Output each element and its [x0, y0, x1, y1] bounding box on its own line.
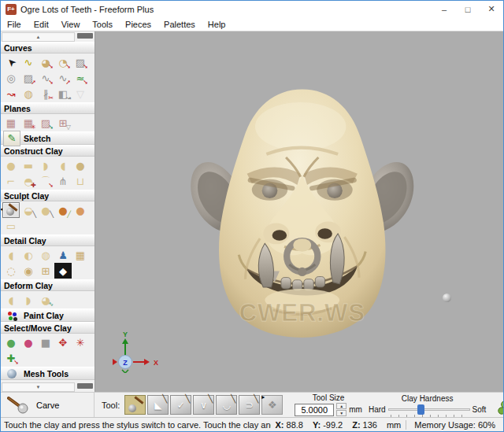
move-clay-tool[interactable]: ✥ [54, 334, 72, 350]
select-box-tool[interactable]: ■ [37, 334, 54, 350]
emboss-ridge-tool[interactable]: ◖ [2, 247, 20, 263]
ball-on-plane-tool[interactable]: ◍ [20, 86, 37, 102]
status-z-value: 136 [363, 420, 377, 430]
maximize-button[interactable]: □ [456, 1, 480, 17]
slider-thumb[interactable] [417, 404, 424, 415]
clay-dome-tool[interactable]: ◖ [54, 157, 72, 173]
menu-file[interactable]: File [1, 19, 28, 30]
toolbox-scroll-up-button[interactable]: ▲ [2, 32, 75, 42]
plane-from-curve-tool[interactable]: ▨➘ [37, 115, 54, 131]
split-plane-tool[interactable]: ⊞▽ [54, 115, 72, 131]
close-button[interactable]: ✕ [480, 1, 503, 17]
clay-hardness-slider[interactable] [388, 404, 470, 416]
sketch-icon[interactable]: ✎ [3, 131, 20, 146]
flatten-tool[interactable]: ▭ [2, 218, 20, 234]
emboss-swirl-tool[interactable]: ◍ [37, 247, 54, 263]
carve-tool-button[interactable] [124, 395, 146, 415]
carve-scoop-tool-button[interactable]: ◡╲ [216, 395, 237, 415]
funnel-tool[interactable]: ▽ [72, 86, 89, 102]
carve-vee-tool-button[interactable]: ∨╲ [193, 395, 214, 415]
pivot-tool[interactable]: ✚➘ [2, 350, 20, 366]
blend-curves-tool[interactable]: ≈➘ [72, 70, 89, 86]
toolbox-scroll-down-button[interactable]: ▼ [2, 382, 75, 392]
palette-header-curves[interactable]: Curves [1, 42, 94, 54]
clay-mask-tool[interactable]: ◓✚ [20, 173, 37, 189]
clay-slab-tool[interactable]: ▬ [20, 157, 37, 173]
draw-curve-tool[interactable]: ∿ [20, 54, 37, 70]
hardness-max-label: Soft [472, 405, 487, 414]
menu-tools[interactable]: Tools [86, 19, 119, 30]
palette-header-construct-clay[interactable]: Construct Clay [1, 145, 94, 157]
clay-blob-tool[interactable]: ◗ [37, 157, 54, 173]
palette-row-label: Paint Clay [24, 311, 64, 320]
wrap-curve-tool[interactable]: ◔➘ [54, 54, 72, 70]
palette-header-deform-clay[interactable]: Deform Clay [1, 279, 94, 291]
tile-grid-curves: ➤∿◕➘◔➘▨➘◎▨➚∿➘∿➚≈➘↝◍∦✂◧↝▽ [1, 54, 94, 102]
palette-header-detail-clay[interactable]: Detail Clay [1, 234, 94, 246]
mirror-tool-button[interactable]: ❖▸ [261, 395, 283, 415]
carve-tool[interactable] [2, 202, 20, 218]
tile-grid-sculpt-clay: ◒╲●╲●╱●▭ [1, 201, 94, 234]
tool-size-down-button[interactable]: ▼ [336, 410, 346, 416]
texture-weave-tool[interactable]: ▦ [72, 247, 89, 263]
construction-plane-tool[interactable]: ▦ [2, 115, 20, 131]
palette-header-select-move-clay[interactable]: Select/Move Clay [1, 322, 94, 334]
caterpillar-button[interactable] [497, 394, 504, 416]
extend-curve-tool[interactable]: ↝ [2, 86, 20, 102]
coil-tool[interactable]: ◎ [2, 70, 20, 86]
palette-header-planes[interactable]: Planes [1, 102, 94, 114]
menu-edit[interactable]: Edit [28, 19, 55, 30]
carve-slice-tool-button[interactable]: ⊃╲ [239, 395, 260, 415]
select-paint-tool[interactable]: ● [20, 334, 37, 350]
minimize-button[interactable]: – [432, 1, 456, 17]
clay-pipe-tool[interactable]: ⌒➘ [37, 173, 54, 189]
curve-to-plane-tool[interactable]: ▨➘ [72, 54, 89, 70]
curve-on-ball-tool[interactable]: ◕➘ [37, 54, 54, 70]
toolbox-grip-top[interactable] [77, 33, 93, 39]
clay-egg-tool[interactable]: ● [72, 157, 89, 173]
clay-bone-tool[interactable]: ⌐ [2, 173, 20, 189]
palette-row-mesh-tools[interactable]: Mesh Tools [1, 367, 94, 380]
toolbox-grip-bottom[interactable] [77, 383, 93, 389]
select-tool[interactable]: ➤ [2, 54, 20, 70]
tool-size-up-button[interactable]: ▲ [336, 403, 346, 409]
stamp-tool[interactable]: ◆ [54, 263, 72, 279]
axis-y-label: Y [123, 330, 128, 338]
bulge-tool[interactable]: ◖ [2, 292, 20, 308]
menu-view[interactable]: View [55, 19, 87, 30]
scale-clay-tool[interactable]: ✳ [72, 334, 89, 350]
wheel-cutter-tool[interactable]: ●╱ [54, 202, 72, 218]
texture-dots-tool[interactable]: ◌ [2, 263, 20, 279]
dynamic-plane-tool[interactable]: ▦✳ [20, 115, 37, 131]
menu-help[interactable]: Help [202, 19, 232, 30]
bend-tool[interactable]: ◕∿ [37, 292, 54, 308]
tool-size-input[interactable] [295, 404, 334, 416]
mesh-tools-icon[interactable] [3, 366, 20, 382]
palette-row-sketch[interactable]: ✎Sketch [1, 131, 94, 145]
project-curve-tool[interactable]: ▨➚ [20, 70, 37, 86]
carve-check-tool-button[interactable]: ✓╲ [170, 395, 191, 415]
dent-tool[interactable]: ◗ [20, 292, 37, 308]
menu-palettes[interactable]: Palettes [158, 19, 202, 30]
tug-tool[interactable]: ● [72, 202, 89, 218]
clay-lump-tool[interactable]: ● [2, 157, 20, 173]
paint-clay-icon[interactable] [3, 308, 20, 323]
smooth-tool[interactable]: ●╲ [37, 202, 54, 218]
menu-pieces[interactable]: Pieces [119, 19, 158, 30]
smooth-curve-tool[interactable]: ∿➚ [54, 70, 72, 86]
palette-row-paint-clay[interactable]: Paint Clay [1, 308, 94, 322]
emboss-figure-tool[interactable]: ♟ [54, 247, 72, 263]
clay-bucket-tool[interactable]: ⊔ [72, 173, 89, 189]
3d-viewport[interactable]: CWER.WS Y Z X [95, 31, 503, 392]
curve-on-cube-tool[interactable]: ◧↝ [54, 86, 72, 102]
emboss-crescent-tool[interactable]: ◐ [20, 247, 37, 263]
edit-curve-tool[interactable]: ∿➘ [37, 70, 54, 86]
palette-header-sculpt-clay[interactable]: Sculpt Clay [1, 190, 94, 201]
smudge-tool[interactable]: ◒╲ [20, 202, 37, 218]
split-curve-tool[interactable]: ∦✂ [37, 86, 54, 102]
carve-notch-tool-button[interactable]: ◣╲ [147, 395, 169, 415]
clay-pick-tool[interactable]: ⋔ [54, 173, 72, 189]
texture-grid-tool[interactable]: ⊞ [37, 263, 54, 279]
texture-swirl-tool[interactable]: ◉ [20, 263, 37, 279]
select-lasso-tool[interactable]: ● [2, 334, 20, 350]
